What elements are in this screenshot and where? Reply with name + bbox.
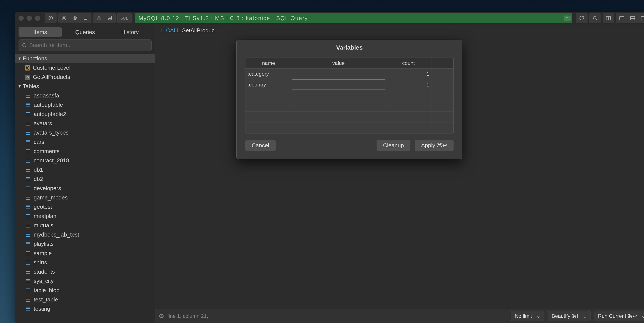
sidebar-item-asdasasfa[interactable]: asdasasfa	[15, 91, 155, 100]
stop-button[interactable]	[59, 14, 69, 22]
table-icon	[25, 176, 31, 182]
tree-item-label: table_blob	[34, 287, 60, 294]
tab-items[interactable]: Items	[18, 27, 62, 37]
chevron-down-icon: ⌵	[640, 313, 644, 319]
tree-item-label: playlists	[34, 241, 54, 247]
variables-modal: Variables name value count :category1:co…	[236, 40, 462, 159]
sidebar-tabs: Items Queries History	[15, 24, 155, 40]
sidebar-item-db1[interactable]: db1	[15, 165, 155, 174]
sidebar-item-autouptable[interactable]: autouptable	[15, 100, 155, 110]
lock-button[interactable]	[94, 14, 104, 22]
maximize-window[interactable]	[35, 16, 40, 21]
group-functions-label: Functions	[23, 55, 47, 62]
sidebar-item-cars[interactable]: cars	[15, 137, 155, 146]
database-button[interactable]	[105, 14, 114, 22]
sidebar-item-avatars_types[interactable]: avatars_types	[15, 128, 155, 137]
tab-history[interactable]: History	[108, 27, 152, 37]
apply-button[interactable]: Apply ⌘↩	[415, 140, 454, 151]
split-button[interactable]	[604, 14, 613, 22]
sidebar-item-mydbops_lab_test[interactable]: mydbops_lab_test	[15, 230, 155, 239]
var-name-cell[interactable]	[246, 122, 292, 133]
global-search-button[interactable]	[590, 14, 600, 22]
var-name-cell[interactable]: :category	[246, 68, 292, 79]
group-tables[interactable]: ▼ Tables	[15, 82, 155, 91]
sidebar-item-playlists[interactable]: playlists	[15, 239, 155, 248]
sidebar-item-customerlevel[interactable]: f()CustomerLevel	[15, 63, 155, 72]
modal-footer: Cancel Cleanup Apply ⌘↩	[236, 134, 462, 159]
preview-button[interactable]	[70, 14, 80, 22]
table-icon	[25, 278, 31, 284]
search-input[interactable]	[18, 40, 152, 51]
table-icon	[25, 297, 31, 303]
sidebar-item-getallproducts[interactable]: ⚙GetAllProducts	[15, 72, 155, 82]
table-row	[246, 122, 453, 133]
sidebar-item-mutuals[interactable]: mutuals	[15, 221, 155, 230]
cleanup-button[interactable]: Cleanup	[376, 140, 410, 151]
list-button[interactable]	[81, 14, 90, 22]
var-count-cell	[386, 112, 432, 122]
sidebar-item-developers[interactable]: developers	[15, 184, 155, 193]
sidebar-item-contract_2018[interactable]: contract_2018	[15, 156, 155, 165]
close-window[interactable]	[18, 16, 24, 21]
procedure-icon: ⚙	[25, 74, 30, 80]
refresh-button[interactable]	[577, 14, 586, 22]
view-group	[58, 13, 92, 23]
var-name-cell[interactable]	[246, 112, 292, 122]
sidebar-item-sys_city[interactable]: sys_city	[15, 276, 155, 286]
layout-right-button[interactable]	[638, 14, 644, 22]
var-value-cell[interactable]	[292, 101, 386, 112]
var-ctrl-cell	[432, 79, 453, 90]
connection-bar[interactable]: MySQL 8.0.12 : TLSv1.2 : MS LC 8 : katon…	[135, 13, 572, 23]
limit-button[interactable]: No limit⌵	[511, 311, 544, 321]
var-ctrl-cell	[432, 112, 453, 122]
table-icon	[25, 186, 31, 192]
var-count-cell	[386, 101, 432, 112]
sidebar-item-avatars[interactable]: avatars	[15, 119, 155, 128]
table-icon	[25, 130, 31, 136]
sidebar-item-geotest[interactable]: geotest	[15, 202, 155, 212]
layout-left-button[interactable]	[617, 14, 626, 22]
sidebar-item-db2[interactable]: db2	[15, 174, 155, 184]
layout-bottom-button[interactable]	[628, 14, 637, 22]
svg-point-2	[74, 18, 76, 19]
gear-icon[interactable]: ⚙	[159, 312, 164, 320]
sidebar-item-test_table[interactable]: test_table	[15, 295, 155, 304]
sidebar-item-autouptable2[interactable]: autouptable2	[15, 110, 155, 119]
var-ctrl-cell	[432, 90, 453, 101]
sidebar-item-shirts[interactable]: shirts	[15, 258, 155, 267]
cancel-button[interactable]: Cancel	[245, 140, 276, 151]
table-icon	[25, 306, 31, 312]
var-value-cell[interactable]	[292, 68, 386, 79]
sidebar-item-mealplan[interactable]: mealplan	[15, 212, 155, 221]
statusbar: ⚙ line 1, column 21, No limit⌵ Beautify …	[155, 309, 644, 323]
var-name-cell[interactable]	[246, 90, 292, 101]
run-button[interactable]: Run Current ⌘↩⌵	[594, 311, 644, 321]
chevron-down-icon: ⌵	[535, 313, 540, 319]
minimize-window[interactable]	[27, 16, 32, 21]
sidebar-item-game_modes[interactable]: game_modes	[15, 193, 155, 202]
var-value-cell[interactable]	[292, 90, 386, 101]
var-value-cell[interactable]	[292, 112, 386, 122]
back-button[interactable]	[46, 14, 56, 22]
lock-group	[93, 13, 116, 23]
var-ctrl-cell	[432, 101, 453, 112]
sidebar-item-sample[interactable]: sample	[15, 248, 155, 258]
sidebar-item-comments[interactable]: comments	[15, 146, 155, 156]
sidebar-item-table_blob[interactable]: table_blob	[15, 286, 155, 295]
table-icon	[25, 241, 31, 247]
tree-item-label: autouptable2	[34, 111, 66, 118]
var-name-cell[interactable]: :country	[246, 79, 292, 90]
var-count-cell: 1	[386, 79, 432, 90]
tree-item-label: game_modes	[34, 194, 68, 201]
var-name-cell[interactable]	[246, 101, 292, 112]
group-functions[interactable]: ▼ Functions	[15, 54, 155, 63]
sidebar: Items Queries History ▼ Functions f()Cus…	[15, 24, 155, 323]
tab-queries[interactable]: Queries	[64, 27, 106, 37]
var-value-cell[interactable]	[292, 122, 386, 133]
var-value-cell[interactable]	[292, 79, 386, 90]
var-count-cell	[386, 122, 432, 133]
beautify-button[interactable]: Beautify ⌘I⌵	[548, 311, 590, 321]
sidebar-item-students[interactable]: students	[15, 267, 155, 276]
app-window: SQL MySQL 8.0.12 : TLSv1.2 : MS LC 8 : k…	[15, 12, 644, 323]
sidebar-item-testing[interactable]: testing	[15, 304, 155, 314]
